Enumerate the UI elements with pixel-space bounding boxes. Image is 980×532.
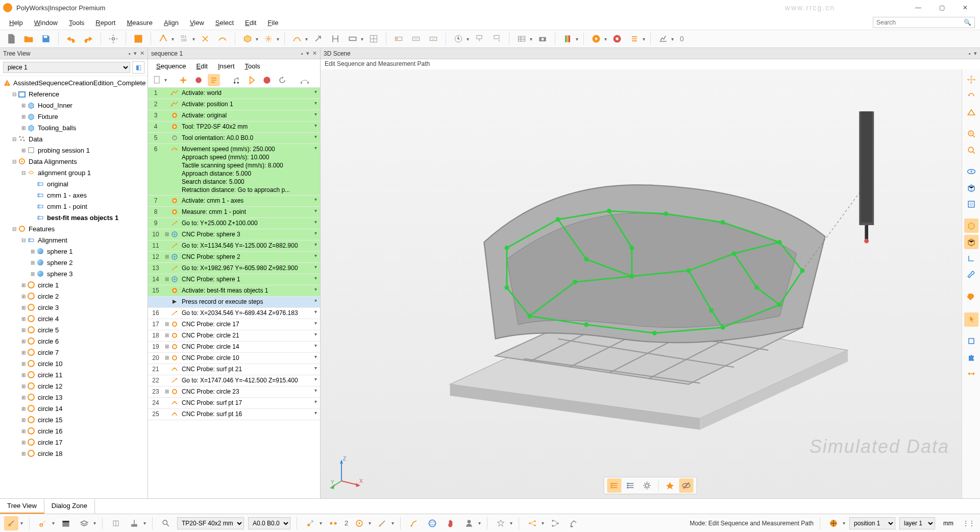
expand-icon[interactable]: [163, 365, 170, 366]
step-dropdown-icon[interactable]: ▾: [314, 388, 317, 393]
sequence-step[interactable]: 5Tool orientation: A0.0 B0.0▾: [148, 133, 320, 144]
expand-icon[interactable]: [163, 376, 170, 377]
puzzle-icon[interactable]: [964, 350, 978, 365]
sequence-step[interactable]: 1Activate: world▾: [148, 88, 320, 99]
tree-item[interactable]: ⊞circle 13: [0, 392, 148, 403]
step-dropdown-icon[interactable]: ▾: [314, 197, 317, 202]
tree-item[interactable]: ⊞circle 4: [0, 313, 148, 324]
expand-icon[interactable]: ⊞: [20, 148, 27, 153]
branch-icon[interactable]: [548, 516, 562, 530]
tree-list[interactable]: !AssistedSequenceCreationEdition_Complet…: [0, 76, 148, 498]
expand-icon[interactable]: [163, 219, 170, 220]
step-dropdown-icon[interactable]: ▾: [314, 365, 317, 371]
tree-item[interactable]: ⊞circle 11: [0, 369, 148, 380]
section-icon[interactable]: [964, 197, 978, 211]
expand-icon[interactable]: [163, 309, 170, 310]
arrow-diag-button[interactable]: [311, 32, 325, 46]
tree-item[interactable]: ⊞Hood_Inner: [0, 100, 148, 111]
menu-report[interactable]: Report: [91, 18, 119, 28]
sequence-step[interactable]: 12⊞CNC Probe: sphere 2▾: [148, 252, 320, 263]
sequence-step[interactable]: 22Go to: X=1747.046 Y=-412.500 Z=915.400…: [148, 375, 320, 386]
sequence-step[interactable]: 9Go to: Y+25.000 Z+100.000▾: [148, 218, 320, 229]
sequence-list[interactable]: 1Activate: world▾2Activate: position 1▾3…: [148, 88, 320, 498]
menu-help[interactable]: Help: [5, 18, 27, 28]
expand-icon[interactable]: ⊞: [163, 275, 170, 282]
menu-window[interactable]: Window: [30, 18, 62, 28]
expand-icon[interactable]: ⊞: [20, 338, 27, 344]
tree-item[interactable]: ⊞circle 2: [0, 291, 148, 302]
open-button[interactable]: [21, 32, 36, 46]
shading-icon[interactable]: [964, 219, 978, 233]
options-button[interactable]: [106, 32, 120, 46]
tag-icon[interactable]: [964, 289, 978, 303]
bottom-tab[interactable]: Dialog Zone: [44, 499, 95, 514]
path-view-button[interactable]: [624, 478, 638, 493]
edit-seq-button[interactable]: [208, 74, 220, 86]
expand-icon[interactable]: [163, 298, 170, 299]
expand-icon[interactable]: ⊞: [20, 383, 27, 389]
probe-dir-icon[interactable]: [36, 516, 50, 530]
step-dropdown-icon[interactable]: ▾: [314, 410, 317, 416]
grid-button[interactable]: [366, 32, 381, 46]
save-button[interactable]: [39, 32, 53, 46]
align-view-icon[interactable]: [964, 105, 978, 119]
eye-icon[interactable]: [964, 164, 978, 179]
menu-edit[interactable]: Edit: [241, 18, 260, 28]
colormap-button[interactable]: [560, 32, 575, 46]
chart-button[interactable]: [656, 32, 670, 46]
list-button[interactable]: [627, 32, 642, 46]
probe-icon[interactable]: [4, 516, 18, 530]
move-icon[interactable]: [964, 72, 978, 87]
sequence-step[interactable]: 20⊞CNC Probe: circle 10▾: [148, 353, 320, 364]
robot-icon[interactable]: [567, 516, 581, 530]
binary-button[interactable]: 011100: [177, 32, 191, 46]
gdt3-button[interactable]: [426, 32, 440, 46]
piece-cube-icon[interactable]: ◧: [132, 61, 144, 74]
position-select[interactable]: position 1: [849, 517, 895, 529]
tree-item[interactable]: ⊟Data: [0, 133, 148, 144]
layer-select[interactable]: layer 1: [899, 517, 935, 529]
annotate-add-button[interactable]: +: [489, 32, 504, 46]
tree-item[interactable]: original: [0, 178, 148, 189]
expand-icon[interactable]: ⊞: [20, 114, 27, 119]
menu-view[interactable]: View: [186, 18, 208, 28]
step-dropdown-icon[interactable]: ▾: [314, 275, 317, 281]
expand-icon[interactable]: ⊞: [163, 230, 170, 237]
tree-item[interactable]: ⊞circle 15: [0, 414, 148, 425]
expand-icon[interactable]: ⊟: [11, 159, 17, 164]
tree-item[interactable]: ⊟Data Alignments: [0, 156, 148, 167]
expand-icon[interactable]: [163, 410, 170, 411]
expand-icon[interactable]: [163, 241, 170, 243]
tree-item[interactable]: cmm 1 - axes: [0, 189, 148, 201]
search-box[interactable]: 🔍: [873, 17, 975, 28]
curve-button[interactable]: [290, 32, 304, 46]
step-dropdown-icon[interactable]: ▾: [314, 399, 317, 404]
close-button[interactable]: ✕: [953, 0, 977, 15]
pin-icon[interactable]: ▪: [129, 51, 131, 57]
sequence-step[interactable]: 21CNC Probe: surf pt 21▾: [148, 364, 320, 375]
caliper-button[interactable]: [328, 32, 342, 46]
expand-icon[interactable]: ⊞: [20, 417, 27, 423]
expand-icon[interactable]: ⊞: [30, 260, 36, 265]
path-button[interactable]: [299, 74, 311, 86]
seq-menu-sequence[interactable]: Sequence: [152, 61, 190, 71]
menu-measure[interactable]: Measure: [122, 18, 157, 28]
expand-icon[interactable]: ⊞: [163, 343, 170, 349]
expand-icon[interactable]: ⊞: [20, 406, 27, 412]
expand-icon[interactable]: ⊞: [30, 271, 36, 277]
cube-button[interactable]: [240, 32, 255, 46]
sequence-step[interactable]: 7Activate: cmm 1 - axes▾: [148, 196, 320, 207]
expand-icon[interactable]: ⊞: [20, 440, 27, 445]
play-button[interactable]: [589, 32, 603, 46]
expand-icon[interactable]: ⊞: [20, 372, 27, 378]
tree-item[interactable]: ⊟Features: [0, 223, 148, 234]
rotate-icon[interactable]: [964, 89, 978, 103]
table-button[interactable]: [514, 32, 529, 46]
expand-icon[interactable]: ⊟: [20, 237, 27, 243]
step-dropdown-icon[interactable]: ▾: [314, 286, 317, 292]
sequence-step[interactable]: 15Activate: best-fit meas objects 1▾: [148, 285, 320, 297]
expand-icon[interactable]: ⊞: [20, 350, 27, 355]
sequence-step[interactable]: 14⊞CNC Probe: sphere 1▾: [148, 274, 320, 285]
gdt2-button[interactable]: [409, 32, 423, 46]
mesh-button[interactable]: [261, 32, 276, 46]
